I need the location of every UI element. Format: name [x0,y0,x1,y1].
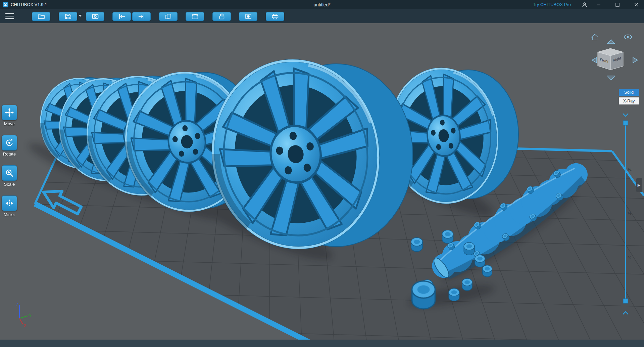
rotate-down-arrow[interactable] [607,76,615,80]
dig-hole-icon [245,13,252,19]
redo-button[interactable] [132,12,151,21]
rotate-label: Rotate [3,151,16,157]
layer-handle-top[interactable] [623,121,628,125]
x-axis-line [19,318,23,324]
view-cube[interactable]: Front Right [598,48,623,70]
mirror-icon [2,196,17,211]
mirror-label: Mirror [4,212,15,217]
app-logo-icon [3,2,8,7]
support-button[interactable] [186,12,204,21]
undo-icon [118,13,126,19]
axis-indicator: Z Y X [12,300,36,330]
folder-open-icon [38,13,45,19]
slice-icon [271,13,279,19]
rotate-up-arrow[interactable] [607,40,615,44]
screenshot-button[interactable] [86,12,104,21]
user-icon [583,3,587,7]
hollow-button[interactable] [212,12,231,21]
slider-tick-three-quarter: ¾ [628,255,631,260]
y-axis-label: Y [29,313,32,318]
maximize-button[interactable] [611,0,624,9]
move-label: Move [4,121,15,126]
viewport-3d[interactable] [0,23,644,340]
layer-chevron-up[interactable] [623,312,628,314]
y-axis-line [19,316,28,318]
undo-button[interactable] [112,12,131,21]
support-icon [191,13,199,19]
rotate-right-arrow[interactable] [633,57,638,63]
render-mode-toggle: Solid X-Ray [619,89,639,104]
layer-preview-slider [619,112,633,321]
hollow-icon [218,13,226,19]
menu-button[interactable] [5,13,14,19]
slider-tick-half: ½ [628,211,631,216]
app-title: CHITUBOX V1.9.1 [11,2,47,7]
mirror-tool[interactable]: Mirror [1,196,18,217]
scale-tool[interactable]: Scale [1,165,18,187]
copy-button[interactable] [159,12,178,21]
maximize-icon [616,3,619,6]
settings-panel-toggle[interactable]: ▶ [636,178,642,192]
main-toolbar [0,9,644,23]
save-dropdown-caret[interactable] [79,15,82,17]
rotate-tool[interactable]: Rotate [1,135,18,157]
save-button[interactable] [59,12,77,21]
status-bar [0,340,644,347]
rotate-icon [2,135,17,150]
view-navigation: Front Right [588,31,642,83]
x-axis-label: X [24,323,27,328]
close-button[interactable] [630,0,642,9]
open-button[interactable] [32,12,50,21]
home-view-button[interactable] [591,34,598,40]
layer-handle-bottom[interactable] [623,299,628,303]
perspective-toggle-button[interactable] [624,35,632,39]
layer-chevron-down[interactable] [623,114,628,116]
save-icon [64,13,72,19]
minimize-button[interactable] [593,0,605,9]
xray-mode-button[interactable]: X-Ray [619,97,639,104]
titlebar: CHITUBOX V1.9.1 untitled* Try CHITUBOX P… [0,0,644,9]
slice-button[interactable] [266,12,284,21]
scale-icon [2,165,17,181]
screenshot-icon [92,13,99,19]
scale-label: Scale [4,182,15,187]
copy-icon [165,13,172,19]
rotate-left-arrow[interactable] [592,57,597,63]
dig-hole-button[interactable] [239,12,257,21]
close-icon [635,3,638,6]
redo-icon [138,13,145,19]
solid-mode-button[interactable]: Solid [619,89,639,96]
move-icon [2,105,17,120]
try-pro-link[interactable]: Try CHITUBOX Pro [533,0,571,9]
slider-tick-quarter: ¼ [628,167,631,172]
panel-expand-icon: ▶ [638,183,640,187]
z-axis-label: Z [16,302,18,307]
move-tool[interactable]: Move [1,105,18,126]
model-hub-cap[interactable] [412,281,435,309]
user-account-button[interactable] [579,0,591,9]
transform-toolbar: Move Rotate Scale Mirror [1,105,18,217]
